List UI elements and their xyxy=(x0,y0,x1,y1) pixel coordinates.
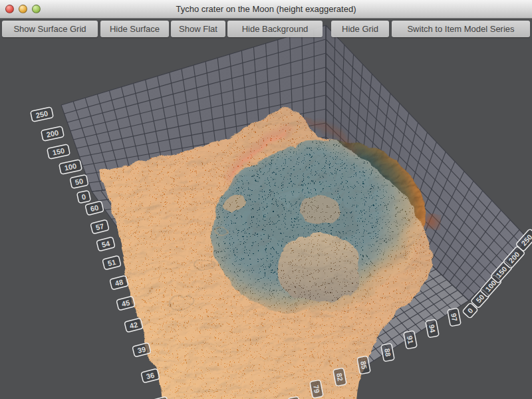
surface-3d-view[interactable]: 2502001501005006057545148454239363376798… xyxy=(0,19,532,399)
application-window: { "window": { "title": "Tycho crater on … xyxy=(0,0,532,399)
svg-text:88: 88 xyxy=(383,348,392,357)
show-surface-grid-button[interactable]: Show Surface Grid xyxy=(2,21,98,37)
svg-text:91: 91 xyxy=(406,335,415,344)
surface-plot-canvas: 2502001501005006057545148454239363376798… xyxy=(0,19,532,399)
right-peak-highlight xyxy=(423,213,436,226)
show-flat-button[interactable]: Show Flat xyxy=(171,21,225,37)
svg-text:97: 97 xyxy=(450,313,459,322)
svg-text:50: 50 xyxy=(74,177,84,186)
hide-background-button[interactable]: Hide Background xyxy=(227,21,323,37)
hide-grid-button[interactable]: Hide Grid xyxy=(331,21,389,37)
window-title: Tycho crater on the Moon (height exagger… xyxy=(0,0,532,19)
window-titlebar: Tycho crater on the Moon (height exagger… xyxy=(0,0,532,19)
svg-text:85: 85 xyxy=(359,360,368,370)
svg-text:79: 79 xyxy=(312,384,321,394)
switch-series-button[interactable]: Switch to Item Model Series xyxy=(392,21,530,37)
hide-surface-button[interactable]: Hide Surface xyxy=(100,21,169,37)
svg-text:82: 82 xyxy=(335,372,344,382)
y_left-tick-label: 0 xyxy=(77,190,91,203)
